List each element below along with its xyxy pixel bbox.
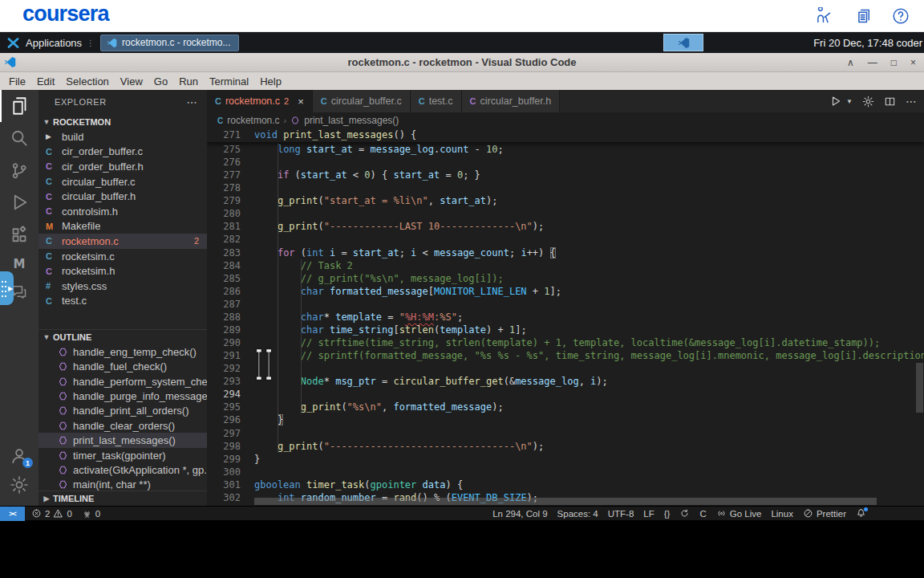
code-line[interactable]: 295 g_print("%s\n", formatted_message);	[207, 401, 924, 413]
code-line[interactable]: 284 // Task 2	[207, 259, 924, 272]
activitybar-extensions[interactable]	[0, 218, 38, 250]
applications-menu-icon[interactable]	[6, 36, 20, 50]
code-line[interactable]: 285 // g_print("%s\n", message_log[i]);	[207, 272, 924, 285]
os-status[interactable]: Linux	[771, 509, 793, 519]
tab-circular_buffer.c[interactable]: Ccircular_buffer.c	[313, 90, 411, 112]
code-line[interactable]: 281 g_print("------------LAST 10--------…	[207, 220, 924, 233]
encoding-status[interactable]: UTF-8	[608, 509, 634, 519]
window-shade-button[interactable]: ∧	[847, 54, 854, 71]
breadcrumb-symbol[interactable]: print_last_messages()	[304, 115, 399, 126]
file-item-rocketmon.c[interactable]: Crocketmon.c2	[38, 234, 207, 249]
code-line[interactable]: 300	[207, 466, 924, 478]
taskbar-window-button[interactable]: rocketmon.c - rocketmo...	[100, 35, 239, 51]
close-icon[interactable]: ×	[298, 96, 304, 108]
outline-item[interactable]: handle_fuel_check()	[38, 360, 207, 374]
code-editor[interactable]: 271void print_last_messages() {275 long …	[207, 128, 924, 506]
eol-status[interactable]: LF	[643, 509, 654, 519]
ports-status[interactable]: 0	[82, 508, 100, 519]
window-minimize-button[interactable]: —	[868, 54, 877, 71]
breadcrumb-file[interactable]: rocketmon.c	[227, 115, 279, 126]
outline-item[interactable]: handle_clear_orders()	[38, 418, 207, 433]
horizontal-scrollbar[interactable]	[254, 498, 877, 505]
window-maximize-button[interactable]: □	[891, 54, 897, 71]
braces-status[interactable]: {}	[664, 509, 671, 519]
file-item-circular_buffer.c[interactable]: Ccircular_buffer.c	[38, 174, 207, 189]
outline-item[interactable]: handle_print_all_orders()	[38, 404, 207, 418]
code-line[interactable]: 276	[207, 156, 924, 169]
tutor-icon[interactable]	[815, 7, 833, 25]
coursera-widget-handle[interactable]: ▶	[0, 271, 14, 305]
tab-circular_buffer.h[interactable]: Ccircular_buffer.h	[462, 90, 561, 112]
file-item-test.c[interactable]: Ctest.c	[38, 294, 207, 309]
code-line[interactable]: 280	[207, 207, 924, 220]
file-item-cir_order_buffer.c[interactable]: Ccir_order_buffer.c	[38, 144, 207, 160]
applications-menu[interactable]: Applications	[26, 37, 82, 49]
code-line[interactable]: 290 // strftime(time_string, strlen(temp…	[207, 336, 924, 349]
vscode-titlebar[interactable]: rocketmon.c - rocketmon - Visual Studio …	[0, 53, 924, 72]
help-icon[interactable]	[892, 7, 910, 25]
code-line[interactable]: 277 if (start_at < 0) { start_at = 0; }	[207, 169, 924, 181]
menu-file[interactable]: File	[3, 75, 31, 88]
file-item-styles.css[interactable]: #styles.css	[38, 279, 207, 294]
activitybar-explorer[interactable]	[0, 90, 38, 122]
code-line[interactable]: 289 char time_string[strlen(template) + …	[207, 324, 924, 336]
file-item-rocketsim.c[interactable]: Crocketsim.c	[38, 249, 207, 264]
menu-view[interactable]: View	[115, 75, 148, 88]
code-line[interactable]: 293 Node* msg_ptr = circular_buffer_get(…	[207, 375, 924, 388]
code-line[interactable]: 282	[207, 233, 924, 246]
sync-status[interactable]	[679, 508, 690, 519]
code-line[interactable]: 299}	[207, 453, 924, 466]
remote-indicator[interactable]: ><	[0, 507, 25, 521]
code-line[interactable]: 286 char formatted_message[MONITOR_LINE_…	[207, 285, 924, 298]
outline-item[interactable]: print_last_messages()	[38, 433, 207, 447]
explorer-actions-button[interactable]: ⋯	[186, 96, 197, 108]
code-line[interactable]: 301gboolean timer_task(gpointer data) {	[207, 478, 924, 491]
activitybar-source-control[interactable]	[0, 154, 38, 186]
go-live-status[interactable]: Go Live	[716, 508, 762, 519]
code-line[interactable]: 287	[207, 298, 924, 311]
code-line[interactable]: 291 // sprintf(formatted_message, "%s %s…	[207, 349, 924, 362]
taskbar-vscode-launcher[interactable]	[663, 34, 703, 51]
window-close-button[interactable]: ×	[910, 54, 916, 71]
problems-status[interactable]: 2 0	[31, 508, 72, 519]
language-mode-status[interactable]: C	[699, 509, 706, 519]
cursor-position-status[interactable]: Ln 294, Col 9	[492, 509, 547, 519]
outline-item[interactable]: handle_perform_system_chec...	[38, 374, 207, 389]
code-line[interactable]: 288 char* template = "%H:%M:%S";	[207, 311, 924, 324]
code-line[interactable]: 279 g_print("start_at = %li\n", start_at…	[207, 194, 924, 207]
file-item-Makefile[interactable]: MMakefile	[38, 219, 207, 234]
outline-item[interactable]: handle_eng_temp_check()	[38, 344, 207, 359]
code-line[interactable]: 283 for (int i = start_at; i < message_c…	[207, 246, 924, 259]
more-actions-button[interactable]: ⋯	[906, 95, 918, 108]
file-item-circular_buffer.h[interactable]: Ccircular_buffer.h	[38, 189, 207, 204]
menu-edit[interactable]: Edit	[31, 75, 60, 88]
outline-item[interactable]: timer_task(gpointer)	[38, 448, 207, 462]
code-line[interactable]: 292	[207, 362, 924, 375]
tab-rocketmon.c[interactable]: Crocketmon.c2×	[207, 90, 313, 112]
outline-header[interactable]: ▼ OUTLINE	[38, 329, 207, 344]
outline-item[interactable]: handle_purge_info_messages()	[38, 389, 207, 403]
code-line[interactable]: 297	[207, 427, 924, 440]
menu-selection[interactable]: Selection	[60, 75, 114, 88]
activitybar-settings[interactable]	[0, 469, 38, 501]
code-line[interactable]: 298 g_print("---------------------------…	[207, 440, 924, 453]
vertical-scrollbar[interactable]	[916, 363, 923, 413]
file-item-controlsim.h[interactable]: Ccontrolsim.h	[38, 204, 207, 219]
sticky-scroll-line[interactable]: 271void print_last_messages() {	[207, 128, 924, 142]
timeline-header[interactable]: ▶ TIMELINE	[38, 490, 207, 506]
lab-notes-icon[interactable]	[853, 7, 871, 25]
code-line[interactable]: 296 }	[207, 413, 924, 426]
file-item-cir_order_buffer.h[interactable]: Ccir_order_buffer.h	[38, 159, 207, 174]
activitybar-search[interactable]	[0, 122, 38, 154]
menu-help[interactable]: Help	[254, 75, 287, 88]
activitybar-run-and-debug[interactable]	[0, 186, 38, 218]
tab-test.c[interactable]: Ctest.c	[411, 90, 462, 112]
notifications-status[interactable]	[856, 508, 866, 519]
breadcrumb[interactable]: C rocketmon.c › print_last_messages()	[207, 112, 924, 128]
activitybar-account[interactable]: 1	[0, 440, 38, 472]
file-item-rocketsim.h[interactable]: Crocketsim.h	[38, 263, 207, 279]
menu-run[interactable]: Run	[173, 75, 204, 88]
menu-go[interactable]: Go	[148, 75, 173, 88]
indentation-status[interactable]: Spaces: 4	[557, 509, 598, 519]
menu-terminal[interactable]: Terminal	[204, 75, 254, 88]
